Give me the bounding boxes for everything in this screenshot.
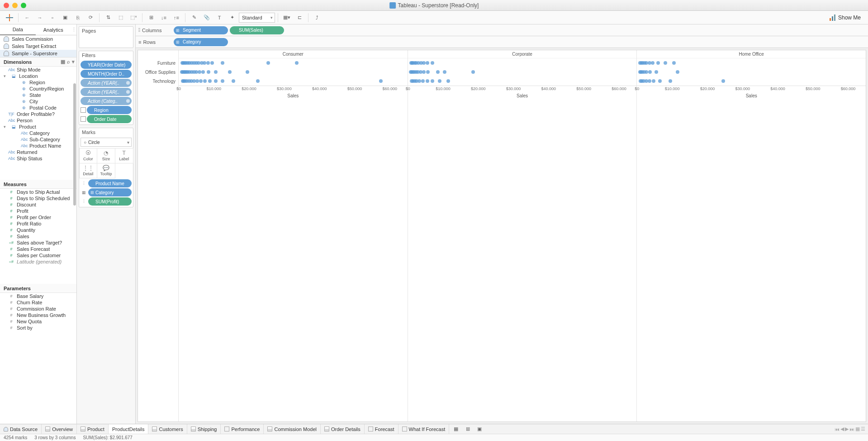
- data-mark[interactable]: [422, 61, 426, 65]
- filter-checkbox[interactable]: [81, 116, 86, 122]
- data-mark[interactable]: [206, 61, 210, 65]
- close-window[interactable]: [4, 3, 9, 8]
- sort2-button[interactable]: ↑≡: [171, 12, 182, 23]
- parameter-field[interactable]: #Sort by: [0, 325, 76, 331]
- rows-shelf[interactable]: ≡Rows ⊞Category: [136, 36, 868, 48]
- dimension-field[interactable]: AbcReturned: [0, 149, 76, 155]
- hierarchy-field[interactable]: ▾⬓Location: [0, 73, 76, 79]
- presentation-button[interactable]: ⊏: [294, 12, 305, 23]
- filter-checkbox[interactable]: [81, 107, 86, 113]
- pin-button[interactable]: ✦: [226, 12, 238, 23]
- data-mark[interactable]: [232, 79, 235, 83]
- data-mark[interactable]: [210, 61, 214, 65]
- shelf-pill[interactable]: SUM(Sales): [230, 26, 284, 34]
- fit-select[interactable]: Standard: [239, 13, 275, 23]
- data-mark[interactable]: [676, 70, 679, 74]
- save-button[interactable]: ▫: [47, 12, 58, 23]
- next-tab-icon[interactable]: ▶: [845, 426, 849, 432]
- dimension-field[interactable]: T|FOrder Profitable?: [0, 111, 76, 117]
- data-mark[interactable]: [443, 70, 446, 74]
- data-mark[interactable]: [426, 61, 429, 65]
- columns-shelf[interactable]: ⦙⦙Columns ⊞SegmentSUM(Sales): [136, 24, 868, 36]
- measure-field[interactable]: =#Latitude (generated): [0, 259, 76, 265]
- row-header[interactable]: Office Supplies: [138, 67, 178, 77]
- refresh-button[interactable]: ⟳: [85, 12, 96, 23]
- last-tab-icon[interactable]: ⏭: [849, 427, 854, 432]
- data-tab[interactable]: Data: [0, 24, 36, 35]
- column-header[interactable]: Home Office: [637, 50, 866, 58]
- data-mark[interactable]: [221, 61, 224, 65]
- parameter-field[interactable]: #Churn Rate: [0, 299, 76, 306]
- mark-type-select[interactable]: ○ Circle: [81, 138, 132, 147]
- sort-asc-button[interactable]: ⬚: [115, 12, 127, 23]
- data-mark[interactable]: [648, 79, 651, 83]
- sheet-tab[interactable]: What If Forecast: [398, 424, 450, 434]
- mark-label-button[interactable]: TLabel: [115, 148, 133, 163]
- undo-button[interactable]: ←: [21, 12, 33, 23]
- data-mark[interactable]: [652, 79, 655, 83]
- data-mark[interactable]: [421, 79, 425, 83]
- new-datasource-button[interactable]: ▣: [59, 12, 71, 23]
- dimension-field[interactable]: AbcShip Mode: [0, 67, 76, 73]
- new-sheet-button[interactable]: ▦: [451, 425, 461, 434]
- sheet-tab[interactable]: Product: [77, 424, 109, 434]
- data-mark[interactable]: [471, 70, 475, 74]
- sheet-tab[interactable]: Commission Model: [264, 424, 321, 434]
- attach-button[interactable]: 📎: [201, 12, 213, 23]
- measure-field[interactable]: #Quantity: [0, 227, 76, 233]
- share-button[interactable]: ⤴: [311, 12, 323, 23]
- dimension-field[interactable]: ⊕City: [0, 98, 76, 105]
- filter-pill[interactable]: YEAR(Order Date): [81, 61, 132, 69]
- datasource-item[interactable]: Sample - Superstore: [0, 50, 76, 57]
- maximize-window[interactable]: [21, 3, 26, 8]
- dimension-field[interactable]: ⊕Country/Region: [0, 86, 76, 92]
- first-tab-icon[interactable]: ⏮: [835, 427, 840, 432]
- swap-button[interactable]: ⇅: [102, 12, 114, 23]
- parameter-field[interactable]: #New Quota: [0, 318, 76, 325]
- measure-field[interactable]: #Profit Ratio: [0, 220, 76, 227]
- data-mark[interactable]: [379, 79, 383, 83]
- data-mark[interactable]: [295, 61, 299, 65]
- mark-pill[interactable]: SUM(Profit): [88, 197, 132, 206]
- sheet-tab[interactable]: Shipping: [187, 424, 221, 434]
- dimension-field[interactable]: AbcSub-Category: [0, 136, 76, 143]
- show-me-button[interactable]: Show Me: [826, 14, 864, 21]
- new-dashboard-button[interactable]: ⊞: [463, 425, 473, 434]
- data-mark[interactable]: [207, 70, 210, 74]
- analytics-tab[interactable]: Analytics: [36, 24, 71, 35]
- measure-field[interactable]: #Discount: [0, 201, 76, 208]
- data-mark[interactable]: [208, 79, 212, 83]
- sort-desc-button[interactable]: ⬚ˣ: [128, 12, 139, 23]
- mark-size-button[interactable]: ◔Size: [97, 148, 115, 163]
- filters-card[interactable]: Filters YEAR(Order Date)MONTH(Order D..A…: [79, 51, 133, 125]
- data-mark[interactable]: [214, 70, 218, 74]
- sheet-tab[interactable]: Customers: [148, 424, 187, 434]
- data-mark[interactable]: [199, 79, 203, 83]
- data-mark[interactable]: [656, 61, 660, 65]
- dimension-field[interactable]: AbcPerson: [0, 117, 76, 124]
- redo-button[interactable]: →: [34, 12, 46, 23]
- visualization[interactable]: FurnitureOffice SuppliesTechnology Consu…: [138, 50, 866, 422]
- dimension-field[interactable]: AbcCategory: [0, 130, 76, 136]
- prev-tab-icon[interactable]: ◀: [840, 426, 844, 432]
- sheet-tab[interactable]: Forecast: [365, 424, 398, 434]
- tabs-list-icon[interactable]: ☰: [861, 426, 865, 432]
- filter-pill[interactable]: Region: [87, 106, 132, 114]
- data-mark[interactable]: [203, 61, 206, 65]
- hierarchy-field[interactable]: ▾⬓Product: [0, 124, 76, 130]
- data-mark[interactable]: [246, 70, 249, 74]
- cards-button[interactable]: ▦▾: [281, 12, 293, 23]
- data-mark[interactable]: [658, 79, 662, 83]
- filter-pill[interactable]: Action (YEAR(..: [81, 79, 132, 87]
- filter-pill[interactable]: MONTH(Order D..: [81, 70, 132, 78]
- data-mark[interactable]: [426, 79, 429, 83]
- mark-detail-button[interactable]: ⋮⋮Detail: [79, 163, 98, 178]
- dimension-field[interactable]: ⊕Region: [0, 79, 76, 86]
- data-mark[interactable]: [203, 79, 207, 83]
- measure-field[interactable]: #Sales Forecast: [0, 246, 76, 252]
- filter-pill[interactable]: Order Date: [87, 115, 132, 123]
- data-mark[interactable]: [436, 70, 440, 74]
- measure-field[interactable]: #Sales per Customer: [0, 252, 76, 259]
- dimension-field[interactable]: ⊕State: [0, 92, 76, 98]
- scrollbar-thumb[interactable]: [73, 83, 76, 206]
